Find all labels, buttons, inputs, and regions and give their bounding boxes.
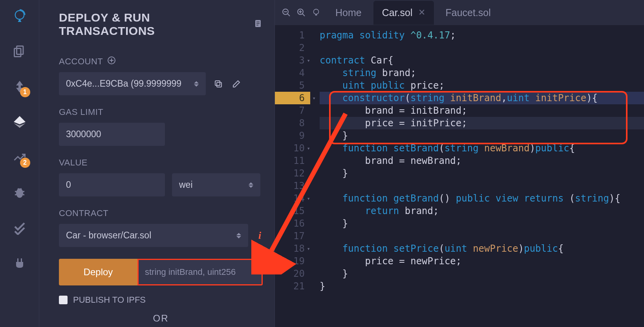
svg-line-23 [302,14,305,16]
deploy-args-input[interactable]: string initBrand, uint256 [137,259,263,285]
account-label: ACCOUNT [59,56,103,67]
svg-line-7 [22,194,24,195]
edit-icon[interactable] [231,78,242,89]
svg-line-5 [22,191,24,192]
tab-car-label: Car.sol [382,7,413,18]
compile-badge: 1 [20,87,30,97]
close-icon[interactable]: ✕ [418,7,425,18]
ipfs-label: PUBLISH TO IPFS [73,295,146,305]
doc-icon[interactable] [253,18,263,31]
gutter: 123456789101112131415161718192021 [275,25,310,327]
unit-value: wei [179,180,193,190]
account-select[interactable]: 0xC4e...E9CBa (99.9999999 [59,72,206,95]
copy-icon[interactable] [213,78,224,89]
deploy-args-placeholder: string initBrand, uint256 [145,267,236,277]
svg-line-4 [15,191,17,192]
panel-title-text: DEPLOY & RUN TRANSACTIONS [59,11,248,38]
tab-home-label: Home [335,7,362,18]
svg-rect-2 [14,49,21,57]
tab-car[interactable]: Car.sol ✕ [373,1,434,25]
analysis-badge: 2 [20,158,30,168]
code[interactable]: pragma solidity ^0.4.17;contract Car{ st… [310,25,644,327]
svg-rect-1 [16,46,23,54]
svg-line-6 [15,194,17,195]
gas-label: GAS LIMIT [59,107,103,117]
gas-input[interactable]: 3000000 [59,123,165,146]
compile-icon[interactable]: 1 [11,78,28,95]
zoom-out-icon[interactable] [280,7,292,18]
svg-rect-18 [215,81,220,85]
or-divider: OR [59,313,263,324]
zoom-in-icon[interactable] [295,7,307,18]
svg-line-20 [287,14,290,16]
unit-select[interactable]: wei [172,173,260,196]
gas-value: 3000000 [66,129,101,140]
editor-tabs: Home Car.sol ✕ Faucet.sol [275,0,644,25]
value-input[interactable]: 0 [59,173,165,196]
editor-pane: Home Car.sol ✕ Faucet.sol 12345678910111… [275,0,644,327]
panel-title: DEPLOY & RUN TRANSACTIONS [59,11,263,38]
ipfs-checkbox[interactable] [59,296,68,304]
tab-faucet-label: Faucet.sol [446,7,491,18]
test-icon[interactable] [11,220,28,236]
plugin-icon[interactable] [11,255,28,271]
svg-point-0 [15,11,24,20]
add-account-icon[interactable] [108,56,115,67]
value-value: 0 [66,180,71,190]
analysis-icon[interactable]: 2 [11,149,28,165]
tab-home[interactable]: Home [327,1,370,25]
value-label: VALUE [59,158,88,168]
files-icon[interactable] [11,43,28,60]
chevron-down-icon[interactable] [267,267,275,277]
home-icon[interactable] [310,7,322,18]
deploy-icon[interactable] [11,114,28,130]
contract-label: CONTRACT [59,208,108,218]
contract-select[interactable]: Car - browser/Car.sol [59,224,248,247]
debug-icon[interactable] [11,184,28,201]
account-value: 0xC4e...E9CBa (99.9999999 [66,78,181,89]
deploy-panel: DEPLOY & RUN TRANSACTIONS ACCOUNT 0xC4e.… [39,0,275,327]
svg-line-8 [18,189,19,190]
contract-value: Car - browser/Car.sol [66,230,151,241]
deploy-button[interactable]: Deploy [59,259,137,285]
tab-faucet[interactable]: Faucet.sol [437,1,499,25]
svg-line-9 [20,189,21,190]
svg-rect-17 [217,82,221,87]
account-label-row: ACCOUNT [59,56,263,67]
icon-rail: 1 2 [0,0,39,327]
info-icon[interactable]: i [258,230,261,242]
svg-point-3 [16,189,23,198]
logo-icon[interactable] [11,8,28,24]
code-area[interactable]: 123456789101112131415161718192021 pragma… [275,25,644,327]
